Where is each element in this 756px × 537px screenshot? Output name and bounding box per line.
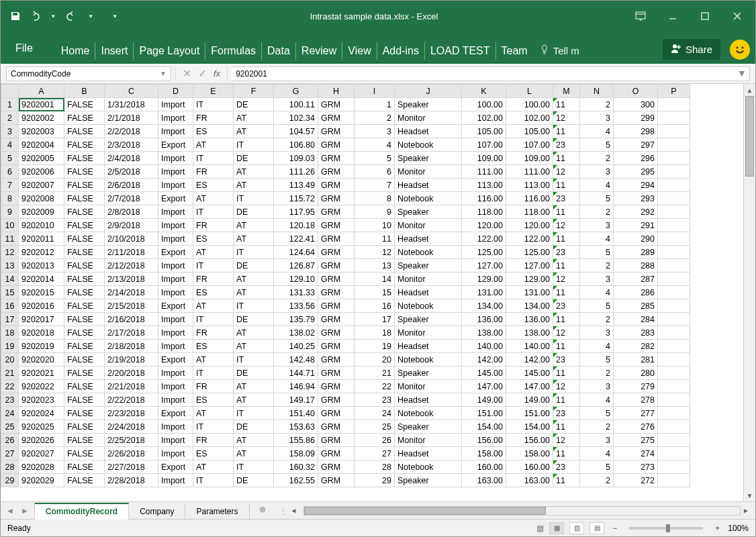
column-header-K[interactable]: K (462, 85, 506, 98)
row-header[interactable]: 20 (1, 353, 19, 367)
sheet-nav-prev-icon[interactable]: ◄ (6, 506, 14, 516)
cell[interactable]: 2/11/2018 (105, 246, 158, 259)
cell[interactable]: AT (234, 165, 274, 179)
cell[interactable]: 11 (553, 447, 580, 460)
cell[interactable]: 23 (553, 138, 580, 152)
cell[interactable]: 5 (580, 407, 614, 420)
cell[interactable]: 4 (355, 138, 395, 152)
cell[interactable]: 291 (614, 219, 658, 232)
cell[interactable]: 297 (614, 138, 658, 152)
cell[interactable]: 2/9/2018 (105, 219, 158, 232)
cell[interactable]: Monitor (395, 434, 462, 447)
ribbon-tab-add-ins[interactable]: Add-ins (377, 42, 425, 60)
cell[interactable]: 102.00 (506, 111, 553, 125)
cell[interactable]: 2/3/2018 (105, 138, 158, 152)
cell[interactable]: 4 (580, 447, 614, 460)
cell[interactable]: 11 (553, 340, 580, 353)
cell[interactable]: Speaker (395, 152, 462, 165)
cell[interactable]: 12 (553, 434, 580, 447)
cell[interactable]: 154.00 (462, 420, 506, 434)
cell[interactable]: GRM (318, 152, 355, 165)
cell[interactable]: IT (234, 246, 274, 259)
row-header[interactable]: 29 (1, 474, 19, 487)
cell[interactable]: FALSE (64, 286, 105, 299)
cell[interactable]: Speaker (395, 98, 462, 111)
cell[interactable]: AT (234, 286, 274, 299)
cell[interactable]: 11 (553, 259, 580, 273)
ribbon-tab-page-layout[interactable]: Page Layout (134, 42, 205, 60)
name-box-dropdown-icon[interactable]: ▼ (160, 70, 167, 77)
cell[interactable]: 23 (553, 192, 580, 205)
cell[interactable]: Export (158, 460, 193, 474)
zoom-in-button[interactable]: + (712, 524, 722, 533)
cell[interactable]: 3 (580, 434, 614, 447)
cell[interactable]: ES (193, 286, 234, 299)
cell[interactable]: ES (193, 340, 234, 353)
cell[interactable]: Import (158, 380, 193, 393)
cell[interactable]: FALSE (64, 125, 105, 138)
cell[interactable] (658, 125, 690, 138)
cell[interactable]: 125.00 (506, 246, 553, 259)
sheet-tab-company[interactable]: Company (129, 504, 185, 519)
cell[interactable]: FALSE (64, 460, 105, 474)
cell[interactable]: 9202022 (19, 380, 64, 393)
hscroll-left-icon[interactable]: ◄ (289, 507, 299, 514)
cell[interactable]: 107.00 (462, 138, 506, 152)
cell[interactable]: FALSE (64, 380, 105, 393)
cell[interactable]: 5 (580, 460, 614, 474)
cell[interactable]: Export (158, 246, 193, 259)
ribbon-tab-team[interactable]: Team (496, 42, 533, 60)
undo-dropdown-icon[interactable]: ▾ (45, 8, 61, 24)
cell[interactable]: 140.00 (506, 340, 553, 353)
cell[interactable]: 122.00 (506, 232, 553, 246)
column-header-G[interactable]: G (274, 85, 318, 98)
cell[interactable]: 281 (614, 353, 658, 367)
row-header[interactable]: 22 (1, 380, 19, 393)
cell[interactable]: 22 (355, 380, 395, 393)
redo-icon[interactable] (64, 8, 80, 24)
cell[interactable]: ES (193, 232, 234, 246)
cell[interactable]: Headset (395, 393, 462, 407)
cell[interactable]: FALSE (64, 367, 105, 380)
cell[interactable]: DE (234, 420, 274, 434)
cell[interactable]: 113.00 (462, 179, 506, 192)
cell[interactable]: AT (234, 219, 274, 232)
row-header[interactable]: 13 (1, 259, 19, 273)
cell[interactable]: GRM (318, 340, 355, 353)
cell[interactable]: 282 (614, 340, 658, 353)
cell[interactable] (658, 165, 690, 179)
cell[interactable]: 2/14/2018 (105, 286, 158, 299)
cell[interactable]: IT (234, 138, 274, 152)
cell[interactable]: DE (234, 259, 274, 273)
cell[interactable]: 9202002 (19, 111, 64, 125)
cell[interactable]: 24 (355, 407, 395, 420)
cell[interactable]: FALSE (64, 420, 105, 434)
cell[interactable]: 4 (580, 340, 614, 353)
cell[interactable]: IT (193, 152, 234, 165)
cell[interactable]: 105.00 (462, 125, 506, 138)
cell[interactable]: 127.00 (506, 259, 553, 273)
cell[interactable]: 115.72 (274, 192, 318, 205)
cell[interactable]: 9202019 (19, 340, 64, 353)
cell[interactable]: 9202007 (19, 179, 64, 192)
cell[interactable]: Import (158, 447, 193, 460)
cell[interactable]: AT (234, 111, 274, 125)
cell[interactable]: 7 (355, 179, 395, 192)
cell[interactable]: 113.49 (274, 179, 318, 192)
cell[interactable]: 280 (614, 367, 658, 380)
feedback-icon[interactable] (730, 40, 750, 60)
formula-input[interactable]: 9202001 ⯆ (232, 66, 750, 81)
cell[interactable]: AT (193, 246, 234, 259)
cell[interactable]: 120.18 (274, 219, 318, 232)
zoom-slider[interactable] (629, 527, 703, 530)
cell[interactable]: 9202012 (19, 246, 64, 259)
cell[interactable]: 9202009 (19, 205, 64, 219)
cell[interactable]: GRM (318, 232, 355, 246)
cell[interactable]: 9202014 (19, 273, 64, 286)
cell[interactable]: 118.00 (506, 205, 553, 219)
cell[interactable]: AT (193, 353, 234, 367)
cell[interactable]: 140.00 (462, 340, 506, 353)
cell[interactable] (658, 286, 690, 299)
cell[interactable] (658, 179, 690, 192)
cell[interactable]: 151.40 (274, 407, 318, 420)
